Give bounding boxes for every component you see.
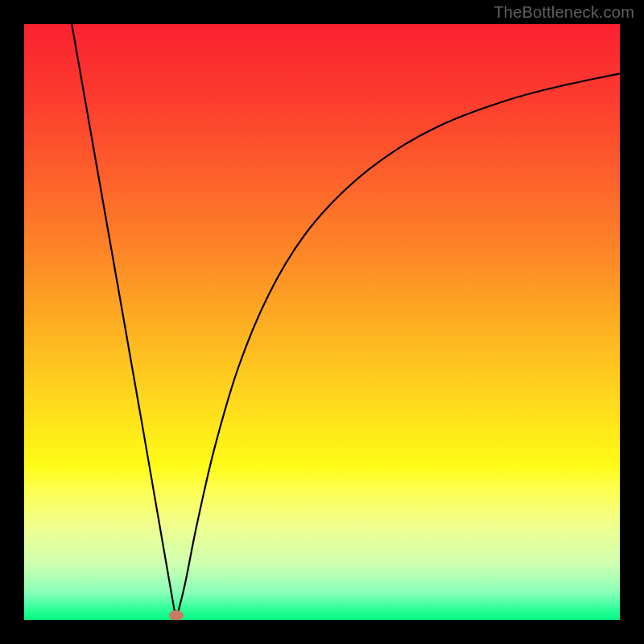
optimal-marker-icon [169,610,184,620]
watermark-text: TheBottleneck.com [493,3,634,22]
bottleneck-curve [24,24,620,620]
curve-right-branch [176,73,620,620]
curve-left-branch [72,24,176,620]
chart-frame: TheBottleneck.com [0,0,644,644]
plot-area [24,24,620,620]
